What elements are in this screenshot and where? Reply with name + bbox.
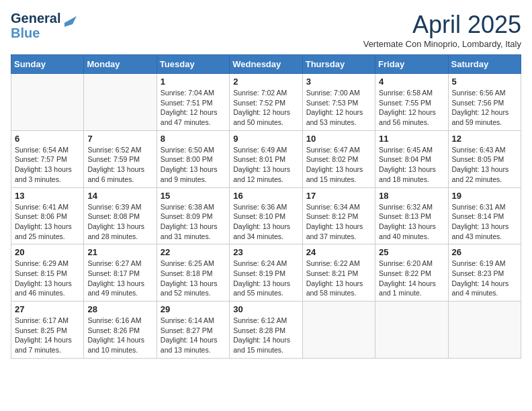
day-info: Sunrise: 6:19 AMSunset: 8:23 PMDaylight:… — [452, 259, 517, 298]
day-info: Sunrise: 6:50 AMSunset: 8:00 PMDaylight:… — [161, 145, 226, 185]
day-number: 10 — [306, 134, 371, 144]
calendar-cell: 27Sunrise: 6:17 AMSunset: 8:25 PMDayligh… — [11, 302, 84, 359]
day-info: Sunrise: 6:27 AMSunset: 8:17 PMDaylight:… — [87, 259, 152, 298]
day-number: 18 — [379, 191, 444, 201]
calendar-cell: 6Sunrise: 6:54 AMSunset: 7:57 PMDaylight… — [11, 130, 84, 187]
day-info: Sunrise: 6:32 AMSunset: 8:13 PMDaylight:… — [379, 202, 444, 242]
calendar-cell: 7Sunrise: 6:52 AMSunset: 7:59 PMDaylight… — [84, 130, 157, 187]
page-header: General Blue April 2025 Vertemate Con Mi… — [11, 11, 521, 49]
day-info: Sunrise: 6:47 AMSunset: 8:02 PMDaylight:… — [306, 145, 371, 185]
calendar-cell: 17Sunrise: 6:34 AMSunset: 8:12 PMDayligh… — [302, 187, 375, 244]
svg-marker-0 — [64, 16, 77, 27]
day-of-week-header: Thursday — [302, 55, 375, 74]
day-info: Sunrise: 6:31 AMSunset: 8:14 PMDaylight:… — [452, 202, 517, 242]
day-info: Sunrise: 6:41 AMSunset: 8:06 PMDaylight:… — [15, 202, 80, 242]
day-info: Sunrise: 6:14 AMSunset: 8:27 PMDaylight:… — [161, 316, 226, 355]
day-info: Sunrise: 7:02 AMSunset: 7:52 PMDaylight:… — [233, 88, 298, 128]
calendar-week-row: 1Sunrise: 7:04 AMSunset: 7:51 PMDaylight… — [11, 74, 521, 131]
calendar-cell: 4Sunrise: 6:58 AMSunset: 7:55 PMDaylight… — [375, 74, 448, 131]
calendar-cell: 23Sunrise: 6:24 AMSunset: 8:19 PMDayligh… — [230, 244, 302, 302]
calendar-cell: 9Sunrise: 6:49 AMSunset: 8:01 PMDaylight… — [230, 130, 302, 187]
calendar-cell: 28Sunrise: 6:16 AMSunset: 8:26 PMDayligh… — [84, 302, 157, 359]
calendar-week-row: 27Sunrise: 6:17 AMSunset: 8:25 PMDayligh… — [11, 302, 521, 359]
day-number: 25 — [379, 247, 444, 257]
day-info: Sunrise: 6:52 AMSunset: 7:59 PMDaylight:… — [87, 145, 152, 185]
day-number: 24 — [306, 247, 371, 257]
calendar-subtitle: Vertemate Con Minoprio, Lombardy, Italy — [363, 39, 521, 49]
day-number: 12 — [452, 134, 517, 144]
calendar-cell: 10Sunrise: 6:47 AMSunset: 8:02 PMDayligh… — [302, 130, 375, 187]
day-number: 26 — [452, 247, 517, 257]
calendar-cell: 26Sunrise: 6:19 AMSunset: 8:23 PMDayligh… — [448, 244, 521, 302]
day-info: Sunrise: 6:49 AMSunset: 8:01 PMDaylight:… — [233, 145, 298, 185]
calendar-title: April 2025 — [363, 11, 521, 39]
day-number: 5 — [452, 77, 517, 87]
day-info: Sunrise: 6:38 AMSunset: 8:09 PMDaylight:… — [161, 202, 226, 242]
calendar-cell: 14Sunrise: 6:39 AMSunset: 8:08 PMDayligh… — [84, 187, 157, 244]
day-info: Sunrise: 6:20 AMSunset: 8:22 PMDaylight:… — [379, 259, 444, 298]
day-info: Sunrise: 6:56 AMSunset: 7:56 PMDaylight:… — [452, 88, 517, 128]
calendar-cell — [375, 302, 448, 359]
day-number: 7 — [87, 134, 152, 144]
calendar-cell: 12Sunrise: 6:43 AMSunset: 8:05 PMDayligh… — [448, 130, 521, 187]
day-number: 23 — [233, 247, 298, 257]
calendar-week-row: 20Sunrise: 6:29 AMSunset: 8:15 PMDayligh… — [11, 244, 521, 302]
day-info: Sunrise: 6:36 AMSunset: 8:10 PMDaylight:… — [233, 202, 298, 242]
logo-blue: Blue — [11, 26, 40, 40]
day-number: 13 — [15, 191, 80, 201]
day-number: 30 — [233, 304, 298, 314]
calendar-cell — [302, 302, 375, 359]
day-number: 20 — [15, 247, 80, 257]
logo-bird-icon — [62, 13, 77, 32]
day-number: 8 — [161, 134, 226, 144]
day-number: 15 — [161, 191, 226, 201]
logo-general: General — [11, 11, 60, 26]
day-number: 2 — [233, 77, 298, 87]
day-number: 6 — [15, 134, 80, 144]
day-number: 11 — [379, 134, 444, 144]
day-info: Sunrise: 7:04 AMSunset: 7:51 PMDaylight:… — [161, 88, 226, 128]
day-info: Sunrise: 6:58 AMSunset: 7:55 PMDaylight:… — [379, 88, 444, 128]
calendar-header: SundayMondayTuesdayWednesdayThursdayFrid… — [11, 55, 521, 74]
day-of-week-header: Sunday — [11, 55, 84, 74]
day-number: 3 — [306, 77, 371, 87]
day-info: Sunrise: 6:34 AMSunset: 8:12 PMDaylight:… — [306, 202, 371, 242]
title-block: April 2025 Vertemate Con Minoprio, Lomba… — [363, 11, 521, 49]
day-number: 17 — [306, 191, 371, 201]
day-number: 21 — [87, 247, 152, 257]
day-info: Sunrise: 6:17 AMSunset: 8:25 PMDaylight:… — [15, 316, 80, 355]
day-info: Sunrise: 6:12 AMSunset: 8:28 PMDaylight:… — [233, 316, 298, 355]
calendar-cell: 30Sunrise: 6:12 AMSunset: 8:28 PMDayligh… — [230, 302, 302, 359]
calendar-cell: 1Sunrise: 7:04 AMSunset: 7:51 PMDaylight… — [157, 74, 229, 131]
day-number: 4 — [379, 77, 444, 87]
day-number: 29 — [161, 304, 226, 314]
calendar-week-row: 6Sunrise: 6:54 AMSunset: 7:57 PMDaylight… — [11, 130, 521, 187]
day-info: Sunrise: 6:45 AMSunset: 8:04 PMDaylight:… — [379, 145, 444, 185]
day-info: Sunrise: 6:43 AMSunset: 8:05 PMDaylight:… — [452, 145, 517, 185]
day-info: Sunrise: 6:39 AMSunset: 8:08 PMDaylight:… — [87, 202, 152, 242]
calendar-cell: 22Sunrise: 6:25 AMSunset: 8:18 PMDayligh… — [157, 244, 229, 302]
day-info: Sunrise: 6:29 AMSunset: 8:15 PMDaylight:… — [15, 259, 80, 298]
calendar-cell — [448, 302, 521, 359]
calendar-cell: 19Sunrise: 6:31 AMSunset: 8:14 PMDayligh… — [448, 187, 521, 244]
calendar-cell: 21Sunrise: 6:27 AMSunset: 8:17 PMDayligh… — [84, 244, 157, 302]
calendar-cell: 11Sunrise: 6:45 AMSunset: 8:04 PMDayligh… — [375, 130, 448, 187]
day-number: 19 — [452, 191, 517, 201]
calendar-body: 1Sunrise: 7:04 AMSunset: 7:51 PMDaylight… — [11, 74, 521, 359]
day-info: Sunrise: 6:54 AMSunset: 7:57 PMDaylight:… — [15, 145, 80, 185]
calendar-cell: 3Sunrise: 7:00 AMSunset: 7:53 PMDaylight… — [302, 74, 375, 131]
calendar-cell: 2Sunrise: 7:02 AMSunset: 7:52 PMDaylight… — [230, 74, 302, 131]
day-number: 22 — [161, 247, 226, 257]
day-info: Sunrise: 6:22 AMSunset: 8:21 PMDaylight:… — [306, 259, 371, 298]
calendar-cell — [11, 74, 84, 131]
day-number: 28 — [87, 304, 152, 314]
day-info: Sunrise: 7:00 AMSunset: 7:53 PMDaylight:… — [306, 88, 371, 128]
logo-area: General Blue — [11, 11, 77, 40]
day-of-week-header: Tuesday — [157, 55, 229, 74]
day-number: 9 — [233, 134, 298, 144]
calendar-cell: 20Sunrise: 6:29 AMSunset: 8:15 PMDayligh… — [11, 244, 84, 302]
calendar-cell: 8Sunrise: 6:50 AMSunset: 8:00 PMDaylight… — [157, 130, 229, 187]
calendar-table: SundayMondayTuesdayWednesdayThursdayFrid… — [11, 54, 521, 359]
calendar-cell: 29Sunrise: 6:14 AMSunset: 8:27 PMDayligh… — [157, 302, 229, 359]
day-of-week-header: Friday — [375, 55, 448, 74]
